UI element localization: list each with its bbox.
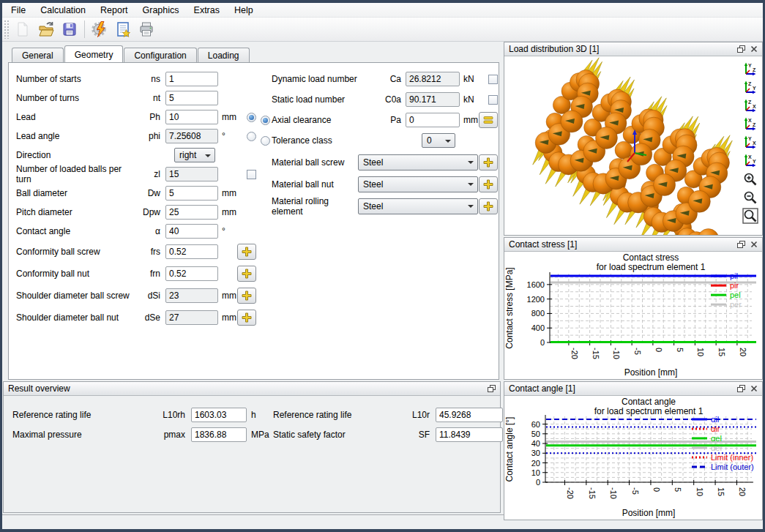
menu-help[interactable]: Help	[227, 4, 261, 17]
static-load-number-checkbox[interactable]	[488, 95, 498, 105]
close-panel-button[interactable]	[748, 44, 759, 55]
field-label: Number of loaded balls per turn	[16, 164, 139, 184]
view-yz-button[interactable]: YZ	[741, 61, 760, 78]
svg-text:Y: Y	[753, 86, 756, 91]
field-label: Shoulder diameter ball screw	[16, 291, 139, 301]
material-ball-nut-dropdown[interactable]: Steel	[358, 176, 478, 192]
material-ball-nut-plus-button[interactable]	[479, 176, 498, 192]
shoulder-diameter-ball-screw-plus-button[interactable]	[237, 288, 256, 304]
ball-diameter-field[interactable]	[165, 186, 218, 201]
save-button[interactable]	[59, 19, 81, 40]
svg-text:15: 15	[717, 348, 726, 356]
tab-geometry[interactable]: Geometry	[64, 45, 124, 62]
conformity-ball-nut-field[interactable]	[165, 266, 218, 281]
conformity-ball-nut-plus-button[interactable]	[237, 266, 256, 282]
view-zx-button[interactable]: ZX	[741, 97, 760, 115]
menu-extras[interactable]: Extras	[187, 4, 227, 17]
selected-value: right	[179, 150, 196, 160]
zoom-fit-icon	[742, 208, 758, 224]
shoulder-diameter-ball-nut-plus-button[interactable]	[237, 310, 256, 326]
svg-text:50: 50	[531, 430, 540, 438]
dynamic-load-number-field[interactable]	[406, 72, 460, 86]
form-row-tolerance-class: Tolerance class0	[261, 133, 498, 148]
toolbar-drag-handle[interactable]	[4, 20, 9, 39]
menu-graphics[interactable]: Graphics	[135, 4, 187, 17]
plus-icon	[483, 179, 493, 190]
open-button[interactable]	[35, 19, 57, 40]
print-button[interactable]	[135, 19, 157, 40]
svg-text:X: X	[748, 154, 752, 160]
axial-clearance-convert-button[interactable]	[479, 112, 498, 128]
calculate-button[interactable]	[89, 19, 111, 40]
plus-icon	[483, 157, 493, 168]
contact-angle-field[interactable]	[165, 224, 218, 239]
menu-file[interactable]: File	[4, 4, 33, 17]
number-of-turns-field[interactable]	[165, 91, 218, 105]
shoulder-diameter-ball-screw-field[interactable]	[165, 288, 218, 303]
number-of-loaded-balls-per-turn-field[interactable]	[165, 167, 218, 181]
float-panel-button[interactable]	[486, 383, 497, 394]
tab-configuration[interactable]: Configuration	[124, 48, 196, 62]
shoulder-diameter-ball-nut-field[interactable]	[165, 310, 218, 325]
float-panel-button[interactable]	[736, 44, 747, 55]
number-of-starts-field[interactable]	[165, 72, 218, 86]
field-unit: °	[218, 226, 236, 236]
view-yz-icon: YZ	[742, 61, 758, 78]
selected-value: Steel	[363, 179, 383, 190]
dynamic-load-number-checkbox[interactable]	[488, 75, 498, 84]
svg-text:60: 60	[531, 420, 540, 429]
view-yx-button[interactable]: YX	[741, 134, 760, 151]
pitch-diameter-field[interactable]	[165, 205, 218, 220]
zoom-out-button[interactable]	[741, 189, 760, 206]
zoom-fit-button[interactable]	[741, 207, 760, 225]
tab-general[interactable]: General	[12, 48, 64, 62]
field-label: Static load number	[272, 94, 381, 105]
view-xz-button[interactable]: XZ	[741, 116, 760, 133]
direction-dropdown[interactable]: right	[174, 148, 215, 162]
svg-text:X: X	[753, 104, 756, 109]
tolerance-class-dropdown[interactable]: 0	[422, 133, 455, 148]
tab-loading[interactable]: Loading	[198, 48, 250, 62]
menu-report[interactable]: Report	[93, 4, 135, 17]
menu-calculation[interactable]: Calculation	[33, 4, 93, 17]
load-distribution-3d-view[interactable]: YZZYZXXZYXXY	[504, 56, 762, 235]
svg-text:-5: -5	[633, 348, 642, 355]
load-distribution-titlebar: Load distribution 3D [1]	[504, 42, 762, 56]
report-button[interactable]	[112, 19, 134, 40]
zoom-in-button[interactable]	[741, 171, 760, 188]
svg-text:Z: Z	[748, 100, 752, 105]
float-panel-button[interactable]	[736, 383, 747, 394]
selected-value: Steel	[363, 157, 383, 168]
view-zy-button[interactable]: ZY	[741, 79, 760, 97]
view-yx-icon: YX	[742, 135, 758, 151]
open-folder-icon	[38, 21, 54, 37]
float-panel-button[interactable]	[736, 239, 747, 250]
lead-radio[interactable]	[247, 113, 256, 122]
field-symbol: dSi	[139, 291, 165, 301]
close-panel-button[interactable]	[748, 383, 759, 394]
material-rolling-element-dropdown[interactable]: Steel	[358, 198, 478, 214]
number-of-loaded-balls-per-turn-checkbox[interactable]	[247, 170, 256, 179]
static-load-number-field[interactable]	[406, 92, 460, 107]
close-panel-button[interactable]	[748, 239, 759, 250]
lead-field[interactable]	[165, 110, 218, 124]
material-ball-screw-plus-button[interactable]	[479, 154, 498, 171]
axial-clearance-field[interactable]	[406, 113, 460, 127]
material-rolling-element-plus-button[interactable]	[479, 198, 498, 214]
3d-view-toolbar: YZZYZXXZYXXY	[738, 56, 762, 235]
material-ball-screw-dropdown[interactable]: Steel	[358, 154, 478, 171]
lead-angle-field[interactable]	[165, 129, 218, 143]
view-xy-button[interactable]: XY	[741, 152, 760, 170]
tolerance-class-radio[interactable]	[261, 136, 270, 146]
result-field-pmax	[191, 427, 247, 442]
svg-text:Y: Y	[748, 136, 752, 141]
result-overview-content: Reference rating lifeL10rhhReference rat…	[4, 396, 500, 512]
conformity-ball-screw-plus-button[interactable]	[237, 244, 256, 260]
lead-angle-radio[interactable]	[247, 132, 256, 141]
conformity-ball-screw-field[interactable]	[165, 244, 218, 259]
field-unit: mm	[218, 112, 236, 122]
axial-clearance-radio[interactable]	[261, 116, 270, 125]
svg-text:for load spectrum element 1: for load spectrum element 1	[597, 262, 706, 272]
svg-text:pil: pil	[730, 271, 738, 280]
svg-text:Limit (inner): Limit (inner)	[711, 453, 753, 462]
